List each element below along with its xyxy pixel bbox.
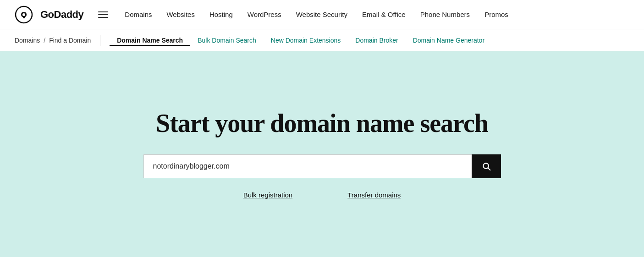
nav-link-wordpress[interactable]: WordPress <box>242 7 287 22</box>
search-bar <box>143 154 501 178</box>
subnav-item-domain-broker[interactable]: Domain Broker <box>348 35 405 46</box>
main-content: Start your domain name search Bulk regis… <box>0 51 644 257</box>
subnav-link-bulk-domain-search[interactable]: Bulk Domain Search <box>190 35 264 46</box>
breadcrumb-find-domain[interactable]: Find a Domain <box>49 37 91 44</box>
subnav-link-domain-name-search[interactable]: Domain Name Search <box>110 35 190 46</box>
top-navigation: GoDaddy Domains Websites Hosting WordPre… <box>0 0 644 29</box>
nav-item-websites[interactable]: Websites <box>161 7 200 22</box>
subnav-item-domain-name-search[interactable]: Domain Name Search <box>110 35 190 46</box>
subnav-item-bulk-domain-search[interactable]: Bulk Domain Search <box>190 35 264 46</box>
nav-item-hosting[interactable]: Hosting <box>204 7 238 22</box>
svg-line-3 <box>488 168 490 170</box>
sub-nav-divider <box>100 35 100 46</box>
search-links: Bulk registration Transfer domains <box>243 191 401 199</box>
nav-item-wordpress[interactable]: WordPress <box>242 7 287 22</box>
nav-item-phone-numbers[interactable]: Phone Numbers <box>415 7 475 22</box>
nav-link-website-security[interactable]: Website Security <box>291 7 353 22</box>
nav-link-domains[interactable]: Domains <box>119 7 157 22</box>
subnav-item-domain-name-generator[interactable]: Domain Name Generator <box>406 35 492 46</box>
breadcrumb-domains[interactable]: Domains <box>15 37 40 44</box>
nav-link-websites[interactable]: Websites <box>161 7 200 22</box>
svg-point-1 <box>22 13 25 16</box>
logo-text: GoDaddy <box>40 9 83 21</box>
nav-link-promos[interactable]: Promos <box>479 7 514 22</box>
nav-link-email-office[interactable]: Email & Office <box>357 7 411 22</box>
breadcrumb: Domains / Find a Domain <box>15 37 91 44</box>
hamburger-menu[interactable] <box>98 11 108 18</box>
hero-title: Start your domain name search <box>156 109 488 138</box>
search-icon <box>482 162 491 171</box>
nav-item-promos[interactable]: Promos <box>479 7 514 22</box>
sub-navigation: Domains / Find a Domain Domain Name Sear… <box>0 29 644 51</box>
subnav-link-domain-name-generator[interactable]: Domain Name Generator <box>406 35 492 46</box>
nav-links: Domains Websites Hosting WordPress Websi… <box>119 7 514 22</box>
domain-search-input[interactable] <box>143 154 472 178</box>
subnav-item-new-domain-extensions[interactable]: New Domain Extensions <box>264 35 348 46</box>
nav-item-domains[interactable]: Domains <box>119 7 157 22</box>
nav-item-website-security[interactable]: Website Security <box>291 7 353 22</box>
nav-link-phone-numbers[interactable]: Phone Numbers <box>415 7 475 22</box>
nav-item-email-office[interactable]: Email & Office <box>357 7 411 22</box>
nav-link-hosting[interactable]: Hosting <box>204 7 238 22</box>
breadcrumb-sep1: / <box>44 37 45 44</box>
logo-area: GoDaddy <box>15 5 83 24</box>
bulk-registration-link[interactable]: Bulk registration <box>243 191 293 199</box>
sub-nav-links: Domain Name Search Bulk Domain Search Ne… <box>110 35 492 46</box>
subnav-link-new-domain-extensions[interactable]: New Domain Extensions <box>264 35 348 46</box>
godaddy-logo-icon <box>15 5 33 24</box>
search-button[interactable] <box>472 154 501 178</box>
subnav-link-domain-broker[interactable]: Domain Broker <box>348 35 405 46</box>
transfer-domains-link[interactable]: Transfer domains <box>347 191 401 199</box>
